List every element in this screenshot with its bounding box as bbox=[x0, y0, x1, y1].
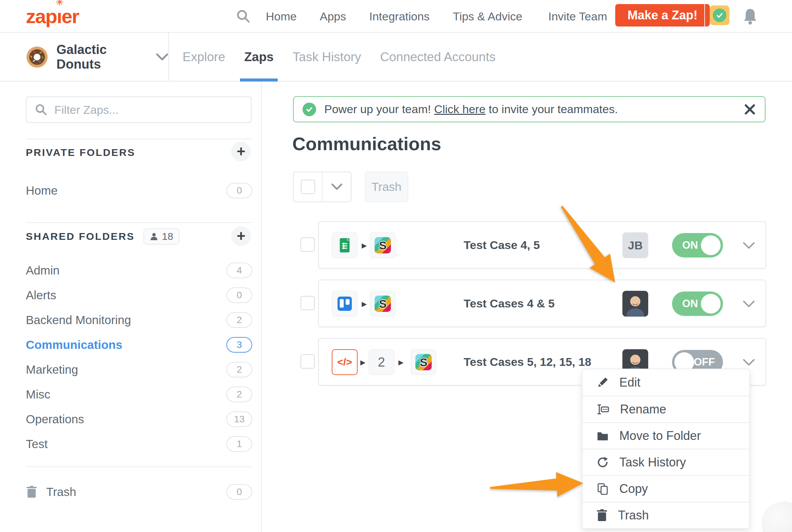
success-check-icon bbox=[303, 103, 316, 116]
menu-item-label: Copy bbox=[619, 482, 648, 496]
search-icon[interactable] bbox=[236, 9, 251, 24]
folder-count-badge: 13 bbox=[226, 411, 252, 427]
menu-item-label: Rename bbox=[620, 402, 666, 416]
select-all-checkbox-cell[interactable] bbox=[294, 172, 322, 201]
menu-item-move-to-folder[interactable]: Move to Folder bbox=[583, 422, 749, 449]
banner-click-here-link[interactable]: Click here bbox=[434, 103, 485, 116]
sidebar-item-misc[interactable]: Misc 2 bbox=[0, 382, 262, 407]
folder-label: Home bbox=[26, 184, 57, 197]
menu-item-edit[interactable]: Edit bbox=[583, 369, 749, 396]
menu-item-rename[interactable]: Rename bbox=[583, 396, 749, 422]
nav-link-integrations[interactable]: Integrations bbox=[369, 10, 430, 23]
page-title: Communications bbox=[292, 133, 441, 154]
user-avatar[interactable] bbox=[710, 5, 729, 25]
zap-row: ▸ S Test Case 4, 5 JB ON bbox=[318, 221, 766, 269]
menu-item-label: Task History bbox=[619, 455, 686, 469]
step-caret-icon: ▸ bbox=[362, 280, 367, 326]
folder-count-badge: 2 bbox=[226, 362, 252, 377]
annotation-arrow-to-copy bbox=[488, 466, 585, 505]
folder-count-badge: 0 bbox=[226, 183, 252, 198]
code-webhook-icon: </> bbox=[332, 349, 358, 375]
zap-title[interactable]: Test Case 4, 5 bbox=[464, 222, 540, 268]
sidebar-item-communications[interactable]: Communications 3 bbox=[0, 332, 262, 357]
folder-count-badge: 2 bbox=[226, 312, 252, 328]
shared-member-count: 18 bbox=[162, 231, 173, 242]
folder-label: Marketing bbox=[26, 363, 78, 376]
banner-close-icon[interactable] bbox=[744, 103, 756, 116]
corner-bubble bbox=[761, 501, 792, 532]
zap-toggle-on[interactable]: ON bbox=[672, 291, 723, 316]
folder-count-badge: 4 bbox=[226, 263, 252, 278]
sidebar-divider bbox=[26, 466, 252, 467]
private-folders-header: PRIVATE FOLDERS bbox=[26, 147, 135, 158]
folders-sidebar: PRIVATE FOLDERS + Home 0 SHARED FOLDERS … bbox=[0, 82, 262, 532]
sidebar-item-admin[interactable]: Admin 4 bbox=[0, 258, 262, 283]
zapier-logo[interactable]: zapı✳er bbox=[26, 5, 79, 28]
banner-text-before: Power up your team! bbox=[324, 103, 434, 116]
menu-item-trash[interactable]: Trash bbox=[583, 502, 749, 528]
account-selector[interactable]: Galactic Donuts bbox=[0, 33, 169, 82]
shared-members-badge: 18 bbox=[143, 228, 179, 245]
primary-nav: Home Apps Integrations Tips & Advice bbox=[266, 0, 522, 33]
avatar-initials-text: JB bbox=[628, 239, 642, 252]
task-history-icon bbox=[596, 456, 609, 469]
nav-link-tips-advice[interactable]: Tips & Advice bbox=[453, 10, 522, 23]
folder-label: Misc bbox=[26, 388, 50, 401]
menu-item-task-history[interactable]: Task History bbox=[583, 449, 749, 475]
zap-title[interactable]: Test Cases 5, 12, 15, 18 bbox=[464, 339, 591, 385]
select-dropdown-cell[interactable] bbox=[322, 172, 351, 201]
nav-link-apps[interactable]: Apps bbox=[320, 10, 346, 23]
toggle-label: ON bbox=[682, 233, 698, 258]
invite-team-link[interactable]: Invite Team bbox=[548, 0, 607, 33]
row-chevron-down-icon[interactable] bbox=[743, 242, 755, 249]
row-chevron-down-icon[interactable] bbox=[743, 359, 755, 366]
slack-icon: S bbox=[411, 349, 436, 375]
zap-context-menu: Edit Rename Move to Folder Task History … bbox=[582, 369, 750, 529]
zap-row-checkbox[interactable] bbox=[300, 354, 315, 369]
row-chevron-down-icon[interactable] bbox=[743, 300, 755, 308]
zap-title[interactable]: Test Cases 4 & 5 bbox=[464, 280, 555, 326]
nav-link-home[interactable]: Home bbox=[266, 10, 297, 23]
menu-item-copy[interactable]: Copy bbox=[583, 475, 749, 502]
filter-zaps-input[interactable] bbox=[54, 97, 251, 122]
add-shared-folder-button[interactable]: + bbox=[231, 226, 251, 246]
folder-count-badge: 2 bbox=[226, 387, 252, 402]
chevron-down-icon bbox=[331, 183, 343, 190]
sidebar-item-test[interactable]: Test 1 bbox=[0, 431, 262, 456]
zap-row-checkbox[interactable] bbox=[300, 296, 315, 310]
zapier-app: zapı✳er Home Apps Integrations Tips & Ad… bbox=[0, 0, 792, 532]
logo-text-i: ı bbox=[57, 5, 62, 27]
workspace-tabs: Explore Zaps Task History Connected Acco… bbox=[183, 33, 496, 82]
select-all-split-button bbox=[293, 172, 351, 202]
make-a-zap-button[interactable]: Make a Zap! bbox=[615, 4, 710, 26]
account-name: Galactic Donuts bbox=[56, 42, 142, 72]
step-count: 2 bbox=[378, 355, 385, 370]
zap-row-checkbox[interactable] bbox=[300, 237, 315, 252]
sidebar-item-home[interactable]: Home 0 bbox=[0, 178, 262, 203]
sidebar-item-alerts[interactable]: Alerts 0 bbox=[0, 283, 262, 307]
owner-avatar-photo bbox=[622, 291, 648, 317]
folder-count-badge: 3 bbox=[226, 337, 252, 353]
slack-icon: S bbox=[370, 291, 396, 317]
sidebar-item-backend-monitoring[interactable]: Backend Monitoring 2 bbox=[0, 307, 262, 332]
navbar-divider bbox=[704, 0, 705, 33]
logo-text-pre: zap bbox=[26, 5, 57, 27]
copy-icon bbox=[596, 482, 609, 495]
shared-folders-label: SHARED FOLDERS bbox=[26, 231, 135, 242]
tab-task-history[interactable]: Task History bbox=[293, 33, 361, 82]
bulk-trash-button[interactable]: Trash bbox=[365, 172, 408, 202]
logo-text-post: er bbox=[62, 5, 79, 27]
tab-zaps[interactable]: Zaps bbox=[244, 33, 273, 82]
sidebar-item-operations[interactable]: Operations 13 bbox=[0, 407, 262, 431]
select-all-checkbox[interactable] bbox=[301, 180, 315, 194]
logo-spark-icon: ✳ bbox=[55, 0, 64, 8]
zap-toggle-on[interactable]: ON bbox=[672, 233, 723, 258]
tab-connected-accounts[interactable]: Connected Accounts bbox=[380, 33, 495, 82]
sidebar-item-trash[interactable]: Trash 0 bbox=[0, 480, 262, 503]
slack-letter: S bbox=[379, 297, 387, 311]
tab-explore[interactable]: Explore bbox=[183, 33, 225, 82]
account-chevron-down-icon bbox=[156, 53, 168, 61]
sidebar-item-marketing[interactable]: Marketing 2 bbox=[0, 357, 262, 382]
notifications-bell-icon[interactable] bbox=[742, 7, 758, 25]
add-private-folder-button[interactable]: + bbox=[231, 142, 251, 161]
